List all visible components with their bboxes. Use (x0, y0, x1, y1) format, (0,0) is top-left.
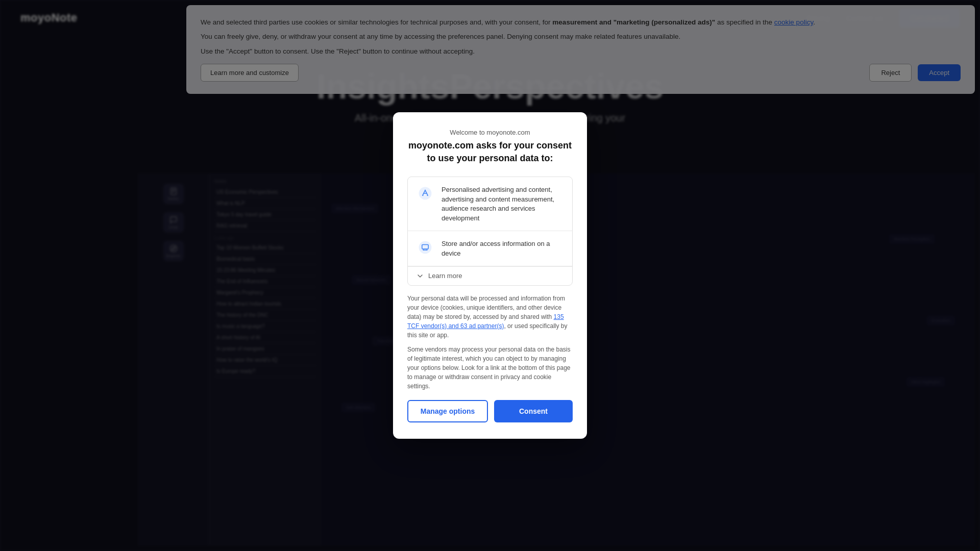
body-text-part1: Your personal data will be processed and… (407, 295, 565, 320)
manage-options-button[interactable]: Manage options (407, 400, 488, 422)
consent-purpose-item-2: Store and/or access information on a dev… (408, 231, 572, 266)
svg-point-14 (419, 241, 432, 254)
consent-body-text-2: Some vendors may process your personal d… (407, 345, 573, 391)
consent-title: moyonote.com asks for your consent to us… (407, 139, 573, 165)
svg-point-12 (422, 194, 423, 195)
consent-body-text-1: Your personal data will be processed and… (407, 294, 573, 340)
consent-button[interactable]: Consent (494, 400, 573, 422)
consent-modal: Welcome to moyonote.com moyonote.com ask… (393, 112, 587, 438)
consent-purposes-list: Personalised advertising and content, ad… (407, 177, 573, 286)
purpose-text-2: Store and/or access information on a dev… (442, 238, 564, 259)
learn-more-label: Learn more (428, 272, 462, 280)
svg-point-13 (427, 194, 428, 195)
device-icon (416, 238, 434, 257)
purpose-text-1: Personalised advertising and content, ad… (442, 184, 564, 223)
modal-overlay: Welcome to moyonote.com moyonote.com ask… (0, 0, 980, 551)
consent-purpose-item: Personalised advertising and content, ad… (408, 177, 572, 231)
consent-welcome-text: Welcome to moyonote.com (407, 129, 573, 136)
consent-modal-actions: Manage options Consent (407, 400, 573, 422)
ad-icon (416, 184, 434, 203)
learn-more-row[interactable]: Learn more (408, 266, 572, 285)
chevron-down-icon (416, 272, 424, 280)
